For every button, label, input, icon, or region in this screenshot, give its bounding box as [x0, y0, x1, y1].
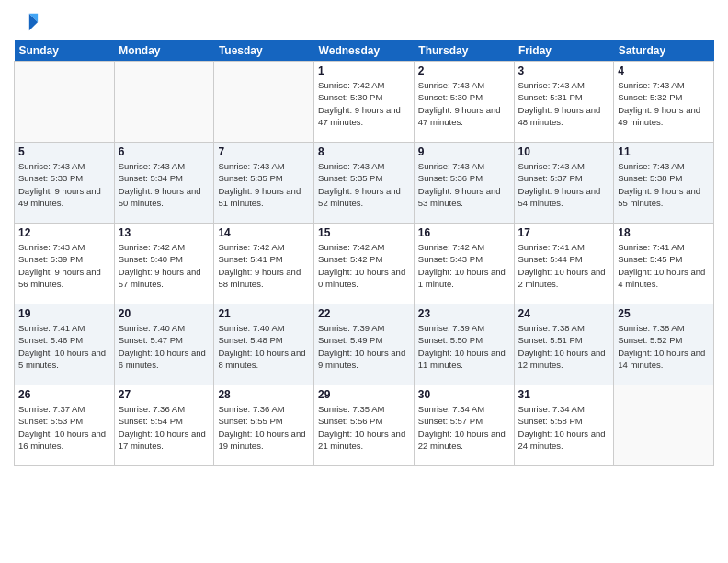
calendar-cell: 11Sunrise: 7:43 AM Sunset: 5:38 PM Dayli…	[614, 143, 714, 224]
calendar-cell: 31Sunrise: 7:34 AM Sunset: 5:58 PM Dayli…	[514, 385, 614, 466]
day-number: 8	[318, 145, 410, 158]
day-header-wednesday: Wednesday	[314, 40, 415, 62]
day-header-thursday: Thursday	[414, 40, 514, 62]
cell-text: Sunrise: 7:38 AM Sunset: 5:51 PM Dayligh…	[518, 322, 610, 371]
calendar-cell	[614, 385, 714, 466]
cell-text: Sunrise: 7:38 AM Sunset: 5:52 PM Dayligh…	[618, 322, 710, 371]
calendar-cell: 1Sunrise: 7:42 AM Sunset: 5:30 PM Daylig…	[314, 62, 415, 143]
calendar-cell	[15, 62, 115, 143]
day-number: 26	[18, 388, 110, 401]
cell-text: Sunrise: 7:36 AM Sunset: 5:55 PM Dayligh…	[218, 403, 310, 452]
day-number: 18	[618, 226, 710, 239]
calendar-cell: 15Sunrise: 7:42 AM Sunset: 5:42 PM Dayli…	[314, 224, 415, 304]
calendar-cell: 24Sunrise: 7:38 AM Sunset: 5:51 PM Dayli…	[514, 304, 614, 385]
calendar-cell: 19Sunrise: 7:41 AM Sunset: 5:46 PM Dayli…	[15, 304, 115, 385]
cell-text: Sunrise: 7:36 AM Sunset: 5:54 PM Dayligh…	[119, 403, 210, 452]
cell-text: Sunrise: 7:40 AM Sunset: 5:47 PM Dayligh…	[119, 322, 210, 371]
day-number: 5	[18, 145, 110, 158]
day-number: 10	[518, 145, 610, 158]
calendar-table: SundayMondayTuesdayWednesdayThursdayFrid…	[14, 40, 714, 466]
day-number: 27	[119, 388, 210, 401]
cell-text: Sunrise: 7:40 AM Sunset: 5:48 PM Dayligh…	[218, 322, 310, 371]
calendar-cell: 29Sunrise: 7:35 AM Sunset: 5:56 PM Dayli…	[314, 385, 415, 466]
calendar-cell: 28Sunrise: 7:36 AM Sunset: 5:55 PM Dayli…	[214, 385, 314, 466]
cell-text: Sunrise: 7:35 AM Sunset: 5:56 PM Dayligh…	[318, 403, 410, 452]
calendar-cell: 4Sunrise: 7:43 AM Sunset: 5:32 PM Daylig…	[614, 62, 714, 143]
cell-text: Sunrise: 7:43 AM Sunset: 5:36 PM Dayligh…	[418, 160, 510, 209]
week-row-1: 1Sunrise: 7:42 AM Sunset: 5:30 PM Daylig…	[15, 62, 714, 143]
cell-text: Sunrise: 7:42 AM Sunset: 5:41 PM Dayligh…	[218, 241, 310, 290]
week-row-3: 12Sunrise: 7:43 AM Sunset: 5:39 PM Dayli…	[15, 224, 714, 304]
day-number: 3	[518, 64, 610, 77]
calendar-cell: 5Sunrise: 7:43 AM Sunset: 5:33 PM Daylig…	[15, 143, 115, 224]
calendar-cell: 25Sunrise: 7:38 AM Sunset: 5:52 PM Dayli…	[614, 304, 714, 385]
day-header-friday: Friday	[514, 40, 614, 62]
day-number: 6	[119, 145, 210, 158]
day-number: 11	[618, 145, 710, 158]
calendar-cell: 2Sunrise: 7:43 AM Sunset: 5:30 PM Daylig…	[414, 62, 514, 143]
day-number: 30	[418, 388, 510, 401]
day-number: 1	[318, 64, 410, 77]
calendar-cell: 17Sunrise: 7:41 AM Sunset: 5:44 PM Dayli…	[514, 224, 614, 304]
day-header-tuesday: Tuesday	[214, 40, 314, 62]
page: SundayMondayTuesdayWednesdayThursdayFrid…	[0, 0, 728, 563]
header-row: SundayMondayTuesdayWednesdayThursdayFrid…	[15, 40, 714, 62]
day-number: 31	[518, 388, 610, 401]
cell-text: Sunrise: 7:41 AM Sunset: 5:44 PM Dayligh…	[518, 241, 610, 290]
cell-text: Sunrise: 7:43 AM Sunset: 5:34 PM Dayligh…	[119, 160, 210, 209]
day-number: 21	[218, 307, 310, 320]
calendar-cell: 22Sunrise: 7:39 AM Sunset: 5:49 PM Dayli…	[314, 304, 415, 385]
calendar-cell	[114, 62, 214, 143]
cell-text: Sunrise: 7:43 AM Sunset: 5:38 PM Dayligh…	[618, 160, 710, 209]
cell-text: Sunrise: 7:43 AM Sunset: 5:37 PM Dayligh…	[518, 160, 610, 209]
calendar-cell: 9Sunrise: 7:43 AM Sunset: 5:36 PM Daylig…	[414, 143, 514, 224]
day-number: 13	[119, 226, 210, 239]
week-row-5: 26Sunrise: 7:37 AM Sunset: 5:53 PM Dayli…	[15, 385, 714, 466]
day-number: 23	[418, 307, 510, 320]
day-number: 4	[618, 64, 710, 77]
calendar-cell: 21Sunrise: 7:40 AM Sunset: 5:48 PM Dayli…	[214, 304, 314, 385]
calendar-cell: 27Sunrise: 7:36 AM Sunset: 5:54 PM Dayli…	[114, 385, 214, 466]
day-number: 19	[18, 307, 110, 320]
calendar-cell: 8Sunrise: 7:43 AM Sunset: 5:35 PM Daylig…	[314, 143, 415, 224]
day-header-monday: Monday	[114, 40, 214, 62]
calendar-cell: 14Sunrise: 7:42 AM Sunset: 5:41 PM Dayli…	[214, 224, 314, 304]
cell-text: Sunrise: 7:41 AM Sunset: 5:46 PM Dayligh…	[18, 322, 110, 371]
cell-text: Sunrise: 7:37 AM Sunset: 5:53 PM Dayligh…	[18, 403, 110, 452]
cell-text: Sunrise: 7:43 AM Sunset: 5:30 PM Dayligh…	[418, 79, 510, 128]
calendar-cell: 18Sunrise: 7:41 AM Sunset: 5:45 PM Dayli…	[614, 224, 714, 304]
cell-text: Sunrise: 7:43 AM Sunset: 5:31 PM Dayligh…	[518, 79, 610, 128]
day-header-saturday: Saturday	[614, 40, 714, 62]
calendar-cell: 10Sunrise: 7:43 AM Sunset: 5:37 PM Dayli…	[514, 143, 614, 224]
cell-text: Sunrise: 7:34 AM Sunset: 5:58 PM Dayligh…	[518, 403, 610, 452]
cell-text: Sunrise: 7:42 AM Sunset: 5:40 PM Dayligh…	[119, 241, 210, 290]
day-number: 28	[218, 388, 310, 401]
week-row-4: 19Sunrise: 7:41 AM Sunset: 5:46 PM Dayli…	[15, 304, 714, 385]
calendar-cell: 12Sunrise: 7:43 AM Sunset: 5:39 PM Dayli…	[15, 224, 115, 304]
cell-text: Sunrise: 7:42 AM Sunset: 5:30 PM Dayligh…	[318, 79, 410, 128]
day-number: 17	[518, 226, 610, 239]
day-number: 2	[418, 64, 510, 77]
calendar-cell: 7Sunrise: 7:43 AM Sunset: 5:35 PM Daylig…	[214, 143, 314, 224]
cell-text: Sunrise: 7:39 AM Sunset: 5:49 PM Dayligh…	[318, 322, 410, 371]
cell-text: Sunrise: 7:43 AM Sunset: 5:35 PM Dayligh…	[218, 160, 310, 209]
calendar-cell	[214, 62, 314, 143]
calendar-cell: 23Sunrise: 7:39 AM Sunset: 5:50 PM Dayli…	[414, 304, 514, 385]
cell-text: Sunrise: 7:39 AM Sunset: 5:50 PM Dayligh…	[418, 322, 510, 371]
cell-text: Sunrise: 7:43 AM Sunset: 5:39 PM Dayligh…	[18, 241, 110, 290]
cell-text: Sunrise: 7:43 AM Sunset: 5:32 PM Dayligh…	[618, 79, 710, 128]
calendar-cell: 3Sunrise: 7:43 AM Sunset: 5:31 PM Daylig…	[514, 62, 614, 143]
calendar-cell: 26Sunrise: 7:37 AM Sunset: 5:53 PM Dayli…	[15, 385, 115, 466]
day-number: 16	[418, 226, 510, 239]
day-number: 24	[518, 307, 610, 320]
cell-text: Sunrise: 7:42 AM Sunset: 5:43 PM Dayligh…	[418, 241, 510, 290]
day-number: 15	[318, 226, 410, 239]
calendar-cell: 6Sunrise: 7:43 AM Sunset: 5:34 PM Daylig…	[114, 143, 214, 224]
calendar-cell: 30Sunrise: 7:34 AM Sunset: 5:57 PM Dayli…	[414, 385, 514, 466]
day-number: 25	[618, 307, 710, 320]
logo-icon	[14, 9, 40, 35]
cell-text: Sunrise: 7:42 AM Sunset: 5:42 PM Dayligh…	[318, 241, 410, 290]
logo	[14, 9, 43, 35]
day-number: 7	[218, 145, 310, 158]
day-number: 9	[418, 145, 510, 158]
